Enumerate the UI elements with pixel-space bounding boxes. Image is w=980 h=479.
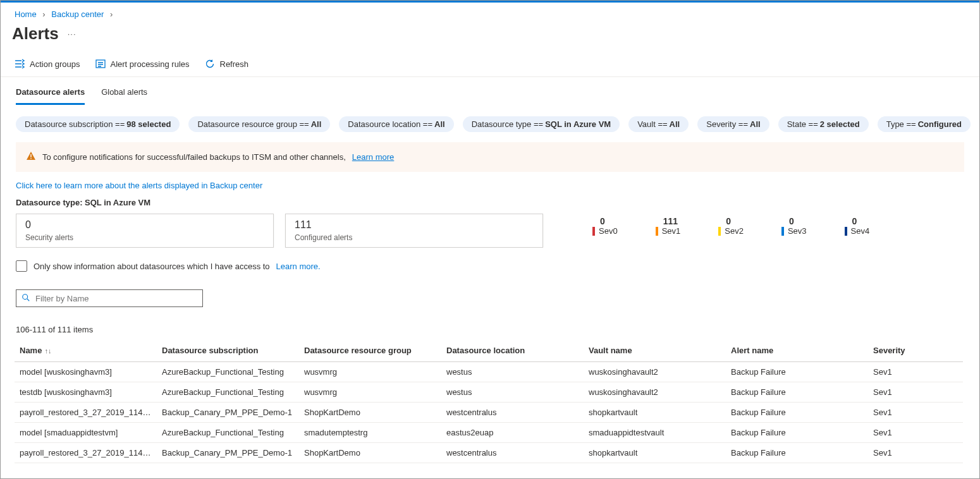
severity-tile[interactable]: 0Sev0 xyxy=(592,216,618,248)
action-groups-button[interactable]: Action groups xyxy=(15,59,80,69)
col-vault[interactable]: Vault name xyxy=(584,339,726,362)
filter-pill[interactable]: Vault == All xyxy=(628,116,689,132)
access-filter-learn-more-link[interactable]: Learn more. xyxy=(276,262,321,271)
col-subscription[interactable]: Datasource subscription xyxy=(157,339,299,362)
datasource-type-label: Datasource type: SQL in Azure VM xyxy=(16,198,964,207)
table-row[interactable]: testdb [wuskosinghavm3]AzureBackup_Funct… xyxy=(15,382,963,403)
security-alerts-card[interactable]: 0 Security alerts xyxy=(16,214,274,248)
table-header-row: Name↑↓ Datasource subscription Datasourc… xyxy=(15,339,963,362)
action-groups-icon xyxy=(15,59,25,69)
results-count: 106-111 of 111 items xyxy=(16,325,964,334)
filter-by-name-field[interactable] xyxy=(16,289,203,307)
security-alerts-count: 0 xyxy=(25,219,264,231)
refresh-icon xyxy=(205,59,215,69)
filter-pill[interactable]: Type == Configured xyxy=(878,116,971,132)
access-filter-label: Only show information about datasources … xyxy=(34,262,270,271)
severity-tile[interactable]: 0Sev2 xyxy=(718,216,744,248)
filter-pill[interactable]: Datasource resource group == All xyxy=(188,116,330,132)
col-location[interactable]: Datasource location xyxy=(441,339,584,362)
filter-pill[interactable]: Datasource subscription == 98 selected xyxy=(16,116,180,132)
alert-processing-rules-button[interactable]: Alert processing rules xyxy=(95,59,190,69)
table-row[interactable]: model [wuskosinghavm3]AzureBackup_Functi… xyxy=(15,362,963,382)
filter-pill[interactable]: State == 2 selected xyxy=(778,116,869,132)
alert-processing-rules-label: Alert processing rules xyxy=(111,59,190,69)
severity-bar-icon xyxy=(718,227,721,236)
col-name[interactable]: Name↑↓ xyxy=(15,339,157,362)
top-accent-bar xyxy=(1,1,979,3)
svg-point-3 xyxy=(23,294,28,299)
refresh-button[interactable]: Refresh xyxy=(205,59,249,69)
table-row[interactable]: model [smaduappidtestvm]AzureBackup_Func… xyxy=(15,423,963,443)
more-actions-icon[interactable]: ··· xyxy=(68,29,77,39)
filter-pills: Datasource subscription == 98 selectedDa… xyxy=(1,105,979,142)
svg-rect-1 xyxy=(30,154,31,157)
col-alert-name[interactable]: Alert name xyxy=(726,339,868,362)
table-row[interactable]: payroll_restored_3_27_2019_1143 [s...Bac… xyxy=(15,403,963,423)
severity-bar-icon xyxy=(781,227,784,236)
security-alerts-label: Security alerts xyxy=(25,233,264,242)
search-icon xyxy=(21,293,30,304)
severity-tile[interactable]: 0Sev3 xyxy=(781,216,807,248)
alerts-table: Name↑↓ Datasource subscription Datasourc… xyxy=(15,339,963,463)
chevron-right-icon: › xyxy=(110,9,113,19)
col-severity[interactable]: Severity xyxy=(868,339,963,362)
tab-global-alerts[interactable]: Global alerts xyxy=(101,83,147,105)
severity-tile[interactable]: 0Sev4 xyxy=(845,216,870,248)
action-groups-label: Action groups xyxy=(30,59,80,69)
tabs: Datasource alerts Global alerts xyxy=(1,77,979,105)
svg-line-4 xyxy=(27,298,30,301)
tab-datasource-alerts[interactable]: Datasource alerts xyxy=(16,83,85,105)
severity-tiles: 0Sev0111Sev10Sev20Sev30Sev4 xyxy=(592,216,869,248)
breadcrumb-home[interactable]: Home xyxy=(15,9,37,19)
severity-bar-icon xyxy=(845,227,847,236)
warning-icon xyxy=(26,151,36,163)
filter-pill[interactable]: Datasource location == All xyxy=(339,116,453,132)
severity-bar-icon xyxy=(592,227,595,236)
filter-pill[interactable]: Severity == All xyxy=(697,116,769,132)
access-filter-checkbox[interactable] xyxy=(16,260,27,272)
svg-rect-2 xyxy=(30,158,31,159)
breadcrumb-backup-center[interactable]: Backup center xyxy=(51,9,104,19)
rules-icon xyxy=(95,59,106,69)
info-banner: To configure notifications for successfu… xyxy=(16,142,964,172)
breadcrumb: Home › Backup center › xyxy=(1,1,979,23)
refresh-label: Refresh xyxy=(220,59,249,69)
page-title: Alerts xyxy=(12,24,59,44)
banner-text: To configure notifications for successfu… xyxy=(42,152,346,162)
table-row[interactable]: payroll_restored_3_27_2019_1143 [s...Bac… xyxy=(15,443,963,463)
filter-pill[interactable]: Datasource type == SQL in Azure VM xyxy=(463,116,620,132)
command-bar: Action groups Alert processing rules Ref… xyxy=(1,50,979,77)
severity-tile[interactable]: 111Sev1 xyxy=(656,216,681,248)
chevron-right-icon: › xyxy=(42,9,45,19)
learn-more-alerts-link[interactable]: Click here to learn more about the alert… xyxy=(16,181,964,190)
sort-icon[interactable]: ↑↓ xyxy=(44,347,51,355)
col-resource-group[interactable]: Datasource resource group xyxy=(299,339,441,362)
filter-by-name-input[interactable] xyxy=(34,293,197,304)
banner-learn-more-link[interactable]: Learn more xyxy=(352,152,394,162)
configured-alerts-card[interactable]: 111 Configured alerts xyxy=(285,214,543,248)
configured-alerts-label: Configured alerts xyxy=(295,233,534,242)
configured-alerts-count: 111 xyxy=(295,219,534,231)
severity-bar-icon xyxy=(656,227,658,236)
